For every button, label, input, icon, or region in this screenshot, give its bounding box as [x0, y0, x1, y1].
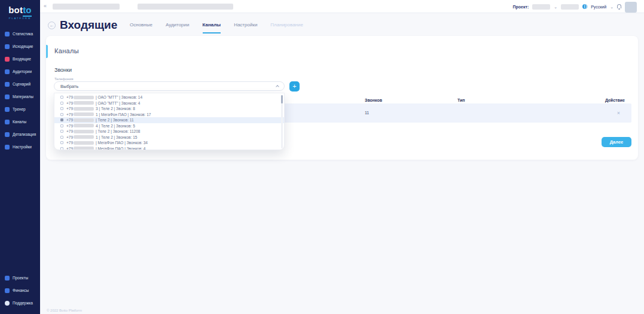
select-value: Выбрать	[60, 84, 78, 89]
dropdown-option[interactable]: +791 | Теле 2 | Звонков: 15	[54, 135, 284, 141]
dropdown-option[interactable]: +79| МегаФон ПАО | Звонков: 34	[54, 140, 284, 146]
calls-group-title: Звонки	[54, 67, 72, 73]
dropdown-option-selected[interactable]: +79| Теле 2 | Звонков: 11	[54, 117, 284, 123]
redacted-phone	[74, 135, 94, 139]
tab-planning: Планирование	[270, 22, 303, 33]
project-select-redacted[interactable]	[532, 4, 550, 10]
outgoing-icon	[5, 44, 10, 49]
details-icon	[5, 132, 10, 137]
checkbox-icon[interactable]	[60, 113, 63, 116]
sidebar-nav: Статистика Исходящие Входящие Аудитории …	[0, 28, 40, 153]
sidebar-item-trainer[interactable]: Тренер	[0, 103, 40, 115]
project-label: Проект:	[513, 5, 529, 9]
redacted-breadcrumb-2	[138, 4, 233, 10]
checkbox-icon[interactable]	[60, 102, 63, 105]
redacted-phone	[74, 112, 94, 116]
tab-audiences[interactable]: Аудитории	[166, 22, 190, 33]
logo-tagline: PLATFORM	[0, 17, 40, 20]
tabs-bar: Основные Аудитории Каналы Настройки План…	[130, 22, 303, 33]
notifications-bell-icon[interactable]	[617, 4, 621, 8]
remove-row-icon[interactable]: ×	[617, 110, 620, 116]
sidebar-item-projects[interactable]: Проекты	[0, 272, 40, 284]
dropdown-option[interactable]: +79| Теле 2 | Звонков: 11208	[54, 129, 284, 135]
scenario-icon	[5, 82, 10, 87]
settings-icon	[5, 145, 10, 150]
globe-icon	[582, 4, 587, 9]
redacted-phone	[74, 96, 94, 99]
sidebar-item-statistics[interactable]: Статистика	[0, 28, 40, 40]
telephony-select[interactable]: Выбрать	[54, 81, 285, 91]
redacted-breadcrumb-1	[53, 4, 120, 10]
checkbox-icon[interactable]	[60, 124, 63, 127]
chevron-up-icon	[276, 85, 279, 89]
sidebar-item-settings[interactable]: Настройки	[0, 141, 40, 153]
checkbox-icon[interactable]	[60, 141, 63, 144]
page-title: Входящие	[60, 19, 117, 32]
sidebar-collapse-icon[interactable]: «	[44, 4, 47, 9]
chevron-down-icon[interactable]: ⌄	[554, 5, 557, 9]
telephony-dropdown: +79| ОАО "МТТ" | Звонков: 14 +79| ОАО "М…	[54, 93, 285, 150]
chevron-down-icon[interactable]: ⌄	[610, 5, 614, 9]
sidebar-item-incoming[interactable]: Входящие	[0, 53, 40, 65]
dropdown-scrollbar[interactable]	[281, 95, 283, 148]
sidebar-item-outgoing[interactable]: Исходящие	[0, 40, 40, 53]
dropdown-option[interactable]: +79| ОАО "МТТ" | Звонков: 4	[54, 100, 284, 106]
page-header: ← Входящие Основные Аудитории Каналы Нас…	[46, 17, 638, 33]
checkbox-icon[interactable]	[60, 147, 63, 150]
scrollbar-thumb[interactable]	[281, 95, 283, 103]
tab-settings[interactable]: Настройки	[234, 22, 257, 33]
subproject-redacted[interactable]	[561, 4, 579, 10]
sidebar-bottom-nav: Проекты Финансы Поддержка	[0, 272, 40, 309]
sidebar-item-materials[interactable]: Материалы	[0, 90, 40, 103]
sidebar-item-finances[interactable]: Финансы	[0, 284, 40, 297]
redacted-phone	[74, 147, 94, 150]
sidebar-item-support[interactable]: Поддержка	[0, 297, 40, 309]
redacted-phone	[74, 130, 94, 133]
telephony-field-label: Телефония	[54, 77, 74, 81]
channels-icon	[5, 120, 10, 124]
row-calls-value: 11	[365, 111, 369, 115]
next-button[interactable]: Далее	[602, 137, 631, 147]
redacted-phone	[74, 141, 94, 145]
stats-icon	[5, 32, 10, 36]
back-button[interactable]: ←	[48, 22, 56, 29]
sidebar-item-audiences[interactable]: Аудитории	[0, 65, 40, 78]
incoming-icon	[5, 57, 10, 62]
redacted-phone	[74, 124, 94, 127]
tab-main[interactable]: Основные	[130, 22, 152, 33]
sidebar-item-scenario[interactable]: Сценарий	[0, 78, 40, 90]
checkbox-icon[interactable]	[60, 96, 63, 99]
sidebar: botto PLATFORM Статистика Исходящие Вход…	[0, 0, 40, 314]
dropdown-option[interactable]: +79| ОАО "МТТ" | Звонков: 14	[54, 94, 284, 100]
app-logo[interactable]: botto PLATFORM	[0, 0, 40, 20]
dropdown-option[interactable]: +791 | МегаФон ПАО | Звонков: 17	[54, 112, 284, 118]
column-header-calls: Звонков	[365, 98, 382, 102]
sidebar-item-details[interactable]: Детализация	[0, 128, 40, 141]
checkbox-checked-icon[interactable]	[60, 118, 63, 121]
topbar-right: Проект: ⌄ Русский ⌄	[513, 0, 637, 13]
dropdown-option[interactable]: +793 | Теле 2 | Звонков: 8	[54, 106, 284, 112]
checkbox-icon[interactable]	[60, 130, 63, 133]
sidebar-item-channels[interactable]: Каналы	[0, 115, 40, 128]
add-channel-button[interactable]: +	[289, 81, 300, 92]
materials-icon	[5, 94, 10, 99]
dropdown-option[interactable]: +79| МегаФон ПАО | Звонков: 4	[54, 146, 284, 151]
support-icon	[5, 301, 10, 306]
redacted-phone	[74, 107, 94, 111]
column-header-type: Тип	[457, 98, 465, 102]
audiences-icon	[5, 69, 10, 74]
projects-icon	[5, 276, 10, 281]
checkbox-icon[interactable]	[60, 107, 63, 110]
checkbox-icon[interactable]	[60, 136, 63, 139]
language-selector[interactable]: Русский	[591, 5, 606, 9]
tab-channels[interactable]: Каналы	[203, 22, 221, 33]
topbar: « Проект: ⌄ Русский ⌄	[40, 0, 644, 13]
app-root: botto PLATFORM Статистика Исходящие Вход…	[0, 0, 644, 314]
user-avatar[interactable]	[625, 2, 637, 13]
trainer-icon	[5, 107, 10, 112]
dropdown-option[interactable]: +794 | Теле 2 | Звонков: 5	[54, 123, 284, 129]
finances-icon	[5, 288, 10, 293]
redacted-phone	[74, 118, 94, 122]
redacted-phone	[74, 101, 94, 105]
section-title: Каналы	[54, 47, 79, 54]
